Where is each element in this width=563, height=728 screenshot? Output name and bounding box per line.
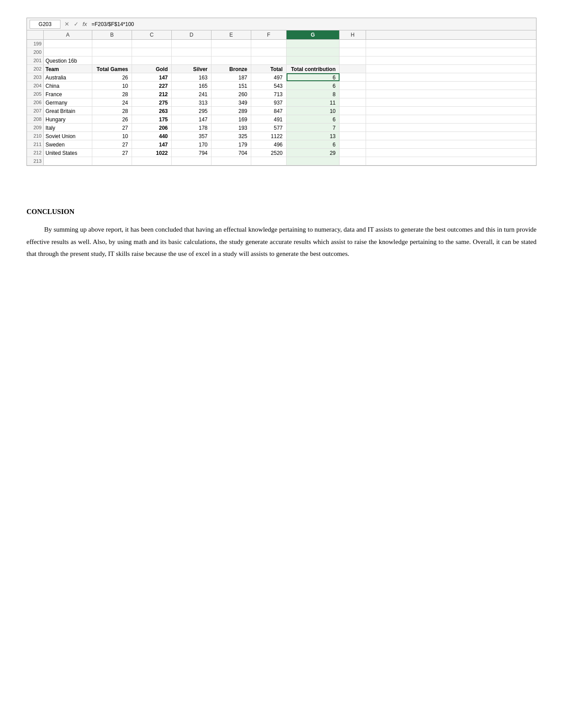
cell-h-210[interactable] <box>340 132 366 140</box>
cell-b-206[interactable]: 24 <box>92 98 132 106</box>
cell-h-199[interactable] <box>340 40 366 48</box>
col-header-e[interactable]: E <box>212 30 251 39</box>
cell-d-203[interactable]: 163 <box>172 73 212 81</box>
cell-e-206[interactable]: 349 <box>212 98 251 106</box>
cell-a-210[interactable]: Soviet Union <box>44 132 92 140</box>
cell-d-207[interactable]: 295 <box>172 107 212 115</box>
cell-c-205[interactable]: 212 <box>132 90 172 98</box>
cell-b-199[interactable] <box>92 40 132 48</box>
cell-g-200[interactable] <box>287 48 340 56</box>
cell-a-200[interactable] <box>44 48 92 56</box>
cell-f-207[interactable]: 847 <box>251 107 287 115</box>
table-row[interactable]: 206Germany2427531334993711 <box>27 98 536 107</box>
cell-h-204[interactable] <box>340 82 366 90</box>
cell-f-200[interactable] <box>251 48 287 56</box>
cell-reference-box[interactable]: G203 <box>30 20 60 29</box>
cell-g-201[interactable] <box>287 56 340 64</box>
cell-c-201[interactable] <box>132 56 172 64</box>
cell-a-209[interactable]: Italy <box>44 124 92 131</box>
cell-d-201[interactable] <box>172 56 212 64</box>
cell-f-212[interactable]: 2520 <box>251 149 287 157</box>
cell-c-211[interactable]: 147 <box>132 140 172 148</box>
cell-b-212[interactable]: 27 <box>92 149 132 157</box>
cell-h-202[interactable] <box>340 65 366 73</box>
table-row[interactable]: 213 <box>27 157 536 165</box>
cell-f-202[interactable]: Total <box>251 65 287 73</box>
cell-f-204[interactable]: 543 <box>251 82 287 90</box>
cell-a-212[interactable]: United States <box>44 149 92 157</box>
cell-a-208[interactable]: Hungary <box>44 115 92 123</box>
cell-b-205[interactable]: 28 <box>92 90 132 98</box>
cell-b-200[interactable] <box>92 48 132 56</box>
cell-b-207[interactable]: 28 <box>92 107 132 115</box>
cell-b-211[interactable]: 27 <box>92 140 132 148</box>
cell-f-206[interactable]: 937 <box>251 98 287 106</box>
table-row[interactable]: 210Soviet Union10440357325112213 <box>27 132 536 140</box>
cell-a-203[interactable]: Australia <box>44 73 92 81</box>
cell-f-209[interactable]: 577 <box>251 124 287 131</box>
col-header-d[interactable]: D <box>172 30 212 39</box>
cell-e-213[interactable] <box>212 157 251 165</box>
cell-e-211[interactable]: 179 <box>212 140 251 148</box>
cell-b-201[interactable] <box>92 56 132 64</box>
cell-e-203[interactable]: 187 <box>212 73 251 81</box>
col-header-c[interactable]: C <box>132 30 172 39</box>
cell-e-209[interactable]: 193 <box>212 124 251 131</box>
cell-f-203[interactable]: 497 <box>251 73 287 81</box>
cell-f-205[interactable]: 713 <box>251 90 287 98</box>
col-header-f[interactable]: F <box>251 30 287 39</box>
table-row[interactable]: 199 <box>27 40 536 48</box>
cell-b-213[interactable] <box>92 157 132 165</box>
cell-c-212[interactable]: 1022 <box>132 149 172 157</box>
cell-a-204[interactable]: China <box>44 82 92 90</box>
cell-b-203[interactable]: 26 <box>92 73 132 81</box>
cell-c-202[interactable]: Gold <box>132 65 172 73</box>
cell-h-205[interactable] <box>340 90 366 98</box>
cell-c-213[interactable] <box>132 157 172 165</box>
col-header-g[interactable]: G <box>287 30 340 39</box>
cell-a-211[interactable]: Sweden <box>44 140 92 148</box>
cell-e-204[interactable]: 151 <box>212 82 251 90</box>
cell-d-205[interactable]: 241 <box>172 90 212 98</box>
cell-f-208[interactable]: 491 <box>251 115 287 123</box>
cell-d-213[interactable] <box>172 157 212 165</box>
table-row[interactable]: 208Hungary261751471694916 <box>27 115 536 124</box>
cell-a-206[interactable]: Germany <box>44 98 92 106</box>
table-row[interactable]: 211Sweden271471701794966 <box>27 140 536 149</box>
col-header-b[interactable]: B <box>92 30 132 39</box>
cell-h-213[interactable] <box>340 157 366 165</box>
cell-a-202[interactable]: Team <box>44 65 92 73</box>
cell-c-199[interactable] <box>132 40 172 48</box>
cell-e-208[interactable]: 169 <box>212 115 251 123</box>
cell-g-204[interactable]: 6 <box>287 82 340 90</box>
cell-g-210[interactable]: 13 <box>287 132 340 140</box>
cell-g-211[interactable]: 6 <box>287 140 340 148</box>
formula-input[interactable] <box>91 21 533 27</box>
cell-h-207[interactable] <box>340 107 366 115</box>
cell-d-209[interactable]: 178 <box>172 124 212 131</box>
table-row[interactable]: 204China102271651515436 <box>27 82 536 90</box>
cell-g-206[interactable]: 11 <box>287 98 340 106</box>
cell-f-201[interactable] <box>251 56 287 64</box>
cell-g-205[interactable]: 8 <box>287 90 340 98</box>
cell-a-205[interactable]: France <box>44 90 92 98</box>
cell-d-211[interactable]: 170 <box>172 140 212 148</box>
cell-c-204[interactable]: 227 <box>132 82 172 90</box>
cell-d-202[interactable]: Silver <box>172 65 212 73</box>
table-row[interactable]: 202TeamTotal GamesGoldSilverBronzeTotalT… <box>27 65 536 73</box>
cell-f-211[interactable]: 496 <box>251 140 287 148</box>
cancel-icon[interactable]: ✕ <box>63 21 71 27</box>
cell-e-212[interactable]: 704 <box>212 149 251 157</box>
cell-e-199[interactable] <box>212 40 251 48</box>
cell-e-207[interactable]: 289 <box>212 107 251 115</box>
cell-g-203[interactable]: 6 <box>287 73 340 81</box>
cell-g-199[interactable] <box>287 40 340 48</box>
cell-f-210[interactable]: 1122 <box>251 132 287 140</box>
cell-d-204[interactable]: 165 <box>172 82 212 90</box>
cell-a-207[interactable]: Great Britain <box>44 107 92 115</box>
cell-c-200[interactable] <box>132 48 172 56</box>
cell-d-200[interactable] <box>172 48 212 56</box>
cell-g-208[interactable]: 6 <box>287 115 340 123</box>
cell-e-200[interactable] <box>212 48 251 56</box>
cell-d-210[interactable]: 357 <box>172 132 212 140</box>
